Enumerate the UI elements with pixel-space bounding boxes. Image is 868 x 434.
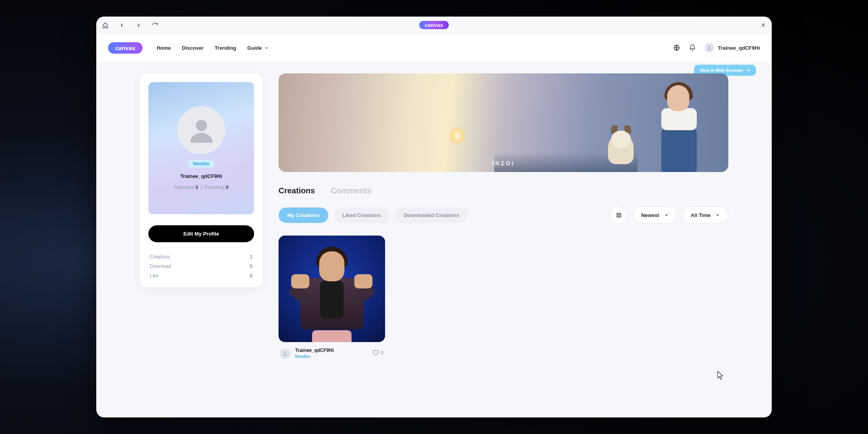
nav-right: Trainee_qdCF9Hi (673, 43, 760, 52)
profile-badge: Newbie (188, 160, 214, 168)
profile-card: Newbie Trainee_qdCF9Hi Followers 0 | Fol… (140, 73, 263, 287)
titlebar: canvas (96, 17, 772, 34)
nav-link-guide-label: Guide (247, 45, 262, 51)
profile-stats: Creations 1 Download 0 Like 0 (148, 254, 254, 279)
brand-logo[interactable]: canvas (108, 42, 142, 54)
creation-author: Trainee_qdCF9Hi (295, 348, 367, 353)
grid-icon (616, 212, 622, 218)
stat-download-label: Download (150, 264, 171, 269)
svg-point-1 (708, 46, 710, 48)
content-tabs: Creations Comments (279, 186, 728, 195)
filter-row: My Creations Liked Creations Downloaded … (279, 206, 728, 224)
creation-meta-text: Trainee_qdCF9Hi Newbie (295, 348, 367, 359)
nav-link-trending[interactable]: Trending (215, 45, 236, 51)
tab-comments[interactable]: Comments (331, 186, 371, 195)
view-in-browser-label: View in Web Browser (700, 68, 743, 73)
bell-icon[interactable] (689, 44, 696, 51)
profile-username: Trainee_qdCF9Hi (180, 173, 222, 179)
svg-rect-3 (617, 213, 618, 215)
svg-rect-4 (619, 213, 621, 215)
globe-icon[interactable] (673, 44, 680, 51)
creation-author-avatar (280, 348, 290, 359)
grid-view-button[interactable] (610, 206, 627, 224)
creation-thumbnail (279, 236, 385, 342)
stat-like-value: 0 (250, 273, 253, 279)
following-label: Following (205, 185, 225, 190)
nav-link-guide[interactable]: Guide (247, 45, 269, 51)
forward-icon[interactable] (135, 22, 142, 29)
stat-creations-value: 1 (250, 254, 253, 260)
stat-like: Like 0 (150, 273, 253, 279)
followers-label: Followers (174, 185, 194, 190)
profile-follow-stats: Followers 0 | Following 0 (174, 185, 229, 190)
nav-link-home[interactable]: Home (157, 45, 171, 51)
stat-download: Download 0 (150, 264, 253, 269)
banner-logo: INZOI (492, 160, 514, 166)
creation-author-badge: Newbie (295, 354, 367, 359)
avatar (705, 43, 714, 52)
nav-links: Home Discover Trending Guide (157, 45, 269, 51)
svg-point-2 (196, 120, 207, 131)
sort-dropdown[interactable]: Newest (633, 206, 677, 224)
creation-like-count: 0 (381, 350, 383, 355)
profile-banner: INZOI (279, 73, 728, 172)
nav-username: Trainee_qdCF9Hi (718, 45, 760, 51)
cursor-icon (717, 371, 724, 380)
chevron-down-icon (664, 213, 669, 217)
sort-label: Newest (641, 212, 659, 218)
titlebar-controls (102, 22, 159, 29)
profile-column: Newbie Trainee_qdCF9Hi Followers 0 | Fol… (140, 73, 263, 406)
pill-liked-creations[interactable]: Liked Creations (334, 208, 390, 223)
pill-my-creations[interactable]: My Creations (279, 208, 328, 223)
following-count: 0 (226, 185, 229, 190)
refresh-icon[interactable] (152, 22, 159, 29)
svg-point-7 (284, 352, 286, 354)
body-area: View in Web Browser Newbie Trainee_qdCF9… (96, 62, 772, 417)
nav-link-discover[interactable]: Discover (182, 45, 204, 51)
back-icon[interactable] (118, 22, 125, 29)
arrow-right-icon (746, 68, 750, 73)
main-column: INZOI Creations Comments My Creations Li… (279, 73, 728, 406)
svg-rect-5 (617, 215, 618, 217)
navbar: canvas Home Discover Trending Guide Trai… (96, 34, 772, 62)
time-label: All Time (691, 212, 711, 218)
svg-rect-6 (619, 215, 621, 217)
followers-count: 0 (195, 185, 198, 190)
chevron-down-icon (264, 46, 269, 50)
filter-pills: My Creations Liked Creations Downloaded … (279, 208, 468, 223)
edit-profile-button[interactable]: Edit My Profile (148, 225, 254, 242)
profile-hero: Newbie Trainee_qdCF9Hi Followers 0 | Fol… (148, 82, 254, 214)
stat-like-label: Like (150, 273, 159, 279)
title-logo: canvas (419, 21, 449, 29)
creation-card[interactable]: Trainee_qdCF9Hi Newbie 0 (279, 236, 385, 359)
pill-downloaded-creations[interactable]: Downloaded Creations (395, 208, 468, 223)
creation-meta: Trainee_qdCF9Hi Newbie 0 (279, 348, 385, 359)
time-dropdown[interactable]: All Time (683, 206, 728, 224)
tab-creations[interactable]: Creations (279, 186, 315, 195)
chevron-down-icon (715, 213, 720, 217)
heart-icon (372, 349, 379, 356)
stat-creations: Creations 1 (150, 254, 253, 260)
nav-user[interactable]: Trainee_qdCF9Hi (705, 43, 760, 52)
stat-creations-label: Creations (150, 254, 170, 260)
creations-grid: Trainee_qdCF9Hi Newbie 0 (279, 236, 728, 359)
profile-avatar (177, 106, 225, 154)
app-window: canvas canvas Home Discover Trending Gui… (96, 17, 772, 417)
filter-right: Newest All Time (610, 206, 728, 224)
close-icon[interactable] (760, 22, 766, 28)
stat-download-value: 0 (250, 264, 253, 269)
creation-like[interactable]: 0 (372, 349, 383, 356)
home-icon[interactable] (102, 22, 109, 29)
